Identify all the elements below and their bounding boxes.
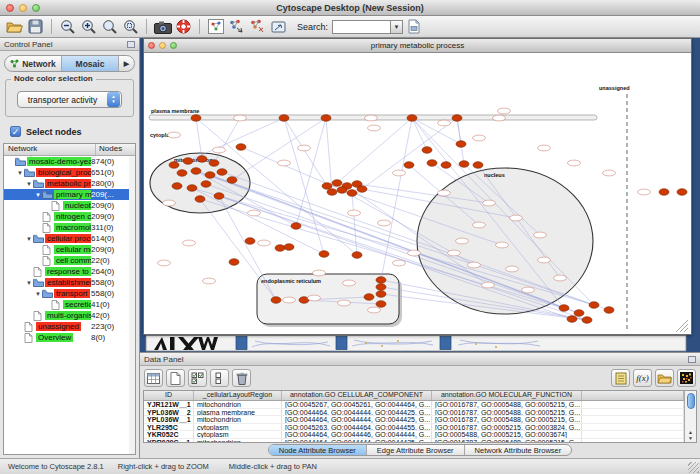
network-node-orange[interactable] [376, 284, 386, 291]
tree-row-biological-process[interactable]: ▼biological_process651(0) [4, 167, 129, 178]
tab-mosaic[interactable]: Mosaic [62, 56, 119, 71]
export-image-button[interactable] [152, 17, 173, 36]
tree-row-secretion[interactable]: secretion41(0) [4, 299, 129, 310]
view-resize-grip[interactable] [676, 320, 688, 332]
float-panel-icon[interactable] [127, 41, 135, 48]
table-row-YLR295C[interactable]: YLR295Ccytoplasm[GO:0045263, GO:0044464,… [144, 424, 684, 432]
network-node-orange[interactable] [275, 245, 285, 252]
background-window-titlebar-fragment[interactable] [236, 337, 247, 350]
tree-row-nitrogen-compo[interactable]: nitrogen compo209(0) [4, 211, 129, 222]
network-node-label[interactable] [493, 115, 506, 121]
network-node-orange[interactable] [284, 244, 294, 251]
network-node-orange[interactable] [177, 170, 187, 177]
table-row-YJR121W__1[interactable]: YJR121W__1mitochondrion[GO:0045267, GO:0… [144, 401, 684, 409]
tab-edge-attribute-browser[interactable]: Edge Attribute Browser [367, 445, 465, 455]
network-node-label[interactable] [603, 170, 616, 176]
network-node-label[interactable] [538, 145, 551, 151]
network-node-orange[interactable] [183, 158, 193, 165]
network-node-orange[interactable] [364, 294, 374, 301]
zoom-out-button[interactable] [57, 17, 78, 36]
save-session-button[interactable] [25, 17, 46, 36]
disclosure-triangle-icon[interactable]: ▼ [34, 192, 42, 198]
scrollbar-thumb[interactable] [687, 393, 695, 409]
search-settings-button[interactable] [403, 17, 424, 36]
tab-node-attribute-browser[interactable]: Node Attribute Browser [269, 445, 367, 455]
disclosure-triangle-icon[interactable]: ▼ [16, 170, 24, 176]
scrollbar-arrows[interactable]: ▲▼ [685, 429, 696, 441]
network-node-label[interactable] [298, 145, 311, 151]
network-node-label[interactable] [498, 108, 511, 114]
network-node-orange[interactable] [172, 183, 182, 190]
network-node-label[interactable] [638, 189, 651, 195]
create-attribute-button[interactable] [166, 369, 185, 387]
network-node-orange[interactable] [404, 162, 414, 169]
network-node-label[interactable] [213, 147, 226, 153]
network-node-label[interactable] [348, 210, 361, 216]
tree-row-unassigned[interactable]: unassigned223(0) [4, 321, 129, 332]
network-node-label[interactable] [538, 257, 551, 263]
network-node-orange[interactable] [271, 297, 281, 304]
network-node-label[interactable] [168, 132, 181, 138]
network-node-orange[interactable] [319, 251, 329, 258]
network-node-orange[interactable] [321, 115, 331, 122]
network-node-label[interactable] [522, 287, 535, 293]
tree-col-network[interactable]: Network [4, 144, 95, 155]
column-header-annotation.GO CELLULAR_COMPONENT[interactable]: annotation.GO CELLULAR_COMPONENT [282, 391, 432, 400]
tree-row-establishment-of-lo[interactable]: ▼establishment of lo558(0) [4, 277, 129, 288]
network-node-label[interactable] [438, 190, 451, 196]
network-node-orange[interactable] [456, 141, 466, 148]
network-window-titlebar[interactable]: primary metabolic process [144, 39, 691, 53]
network-node-orange[interactable] [291, 223, 301, 230]
help-button[interactable] [173, 17, 194, 36]
network-node-label[interactable] [408, 250, 421, 256]
color-attribute-dropdown[interactable]: transporter activity ▲▼ [17, 91, 122, 108]
tabs-overflow-button[interactable]: ▶ [119, 56, 134, 71]
network-node-orange[interactable] [191, 168, 201, 175]
disclosure-triangle-icon[interactable]: ▼ [25, 280, 33, 286]
network-node-orange[interactable] [427, 160, 437, 167]
destroy-network-button[interactable] [247, 17, 268, 36]
network-node-orange[interactable] [574, 310, 584, 317]
network-node-orange[interactable] [191, 115, 201, 122]
select-attributes-button[interactable] [144, 369, 163, 387]
network-node-label[interactable] [338, 300, 351, 306]
network-node-orange[interactable] [376, 301, 386, 308]
network-node-label[interactable] [393, 260, 406, 266]
disclosure-triangle-icon[interactable]: ▼ [34, 291, 42, 297]
network-node-orange[interactable] [201, 181, 211, 188]
network-node-orange[interactable] [245, 238, 255, 245]
tree-row-response-to-stimulu[interactable]: response to stimulu264(0) [4, 266, 129, 277]
search-dropdown-button[interactable]: ▼ [390, 20, 403, 34]
zoom-in-button[interactable] [78, 17, 99, 36]
column-header-annotation.GO MOLECULAR_FUNCTION[interactable]: annotation.GO MOLECULAR_FUNCTION [432, 391, 582, 400]
tree-row-overview[interactable]: Overview8(0) [4, 332, 129, 343]
network-node-label[interactable] [283, 297, 296, 303]
network-node-orange[interactable] [459, 161, 469, 168]
network-node-orange[interactable] [441, 162, 451, 169]
network-node-label[interactable] [313, 270, 326, 276]
network-node-orange[interactable] [214, 193, 224, 200]
network-node-orange[interactable] [169, 162, 179, 169]
network-node-orange[interactable] [229, 259, 239, 266]
network-node-label[interactable] [368, 307, 381, 313]
column-header-_cellularLayoutRegion[interactable]: _cellularLayoutRegion [194, 391, 282, 400]
network-node-orange[interactable] [187, 185, 197, 192]
network-node-label[interactable] [554, 275, 567, 281]
create-network-from-selection-button[interactable] [226, 17, 247, 36]
network-node-orange[interactable] [322, 183, 332, 190]
float-panel-icon[interactable] [688, 356, 696, 363]
network-node-orange[interactable] [659, 189, 669, 196]
disclosure-triangle-icon[interactable]: ▼ [25, 236, 33, 242]
network-node-label[interactable] [163, 200, 176, 206]
vizmapper-button[interactable] [268, 17, 289, 36]
background-window-titlebar-fragment[interactable] [440, 337, 451, 350]
network-node-orange[interactable] [332, 180, 342, 187]
network-node-label[interactable] [183, 240, 196, 246]
network-node-orange[interactable] [352, 252, 362, 259]
network-node-orange[interactable] [205, 172, 215, 179]
network-canvas[interactable]: plasma membranecytoplasmmitochondrionnuc… [144, 53, 691, 334]
network-node-orange[interactable] [327, 189, 337, 196]
network-node-label[interactable] [258, 240, 271, 246]
select-nodes-checkbox[interactable]: ✓ [10, 126, 21, 137]
network-node-label[interactable] [496, 242, 509, 248]
